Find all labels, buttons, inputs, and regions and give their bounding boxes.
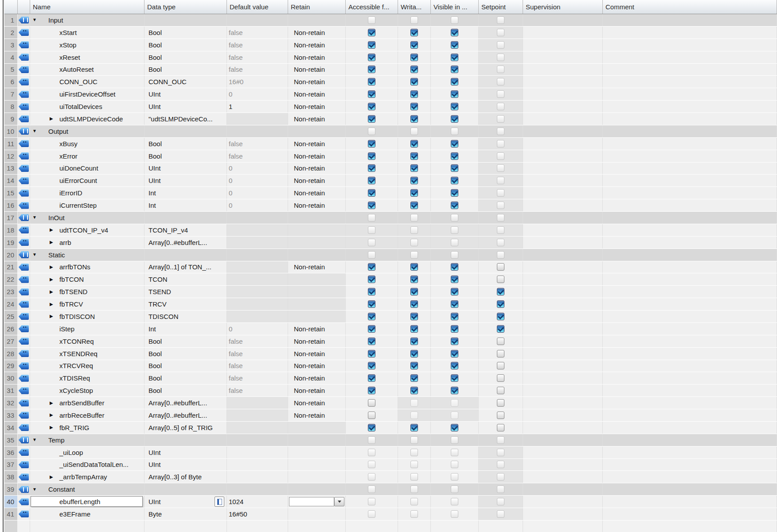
supervision-cell[interactable] [523,311,603,322]
comment-cell[interactable] [603,113,777,125]
data-type-cell[interactable]: UInt [144,101,227,113]
accessible-checkbox[interactable] [368,152,375,160]
setpoint-checkbox[interactable] [497,300,504,308]
name-cell[interactable]: uiDoneCount [30,163,144,175]
row-number-cell[interactable]: 26 [4,323,18,335]
accessible-checkbox[interactable] [368,412,375,419]
default-value-cell[interactable] [227,224,288,236]
column-header-accessible[interactable]: Accessible f... [346,0,398,14]
visible-checkbox[interactable] [451,189,458,197]
accessible-checkbox[interactable] [368,202,375,209]
comment-cell[interactable] [603,101,777,113]
data-type-cell[interactable]: TCON [144,273,227,285]
writable-checkbox[interactable] [410,374,418,382]
chevron-down-icon[interactable]: ▼ [32,487,37,492]
name-cell[interactable]: ▶fbTRCV [30,298,144,310]
name-cell[interactable]: xStart [30,27,144,39]
visible-checkbox[interactable] [451,103,458,110]
retain-cell[interactable]: Non-retain [288,64,346,76]
row-number-cell[interactable]: 7 [4,88,18,100]
visible-checkbox[interactable] [451,177,458,184]
retain-cell[interactable] [288,496,346,508]
chevron-right-icon[interactable]: ▶ [50,228,53,232]
name-cell[interactable]: _uiLoop [30,447,144,458]
name-cell[interactable]: ▼Input [30,14,144,26]
name-cell[interactable]: xTCONReq [30,335,144,347]
visible-checkbox[interactable] [451,424,458,431]
default-value-cell[interactable]: false [227,39,288,51]
supervision-cell[interactable] [523,175,603,186]
datatype-select-button[interactable] [215,497,224,507]
name-cell[interactable]: ▼Constant [30,483,144,495]
name-cell[interactable]: xCycleStop [30,384,144,396]
writable-checkbox[interactable] [410,29,418,36]
supervision-cell[interactable] [523,508,603,520]
visible-checkbox[interactable] [451,90,458,98]
name-cell[interactable]: xBusy [30,138,144,150]
default-value-cell[interactable] [227,459,288,471]
data-type-cell[interactable]: TRCV [144,298,227,310]
name-cell[interactable]: e3EFrame [30,508,144,520]
data-type-cell[interactable]: Array[0..1] of TON_... [144,261,227,273]
setpoint-checkbox[interactable] [497,313,504,320]
data-type-cell[interactable]: UInt [144,163,227,175]
comment-cell[interactable] [603,76,777,88]
supervision-cell[interactable] [523,163,603,175]
chevron-down-icon[interactable]: ▼ [32,18,37,22]
visible-checkbox[interactable] [451,164,458,172]
comment-cell[interactable] [603,409,777,421]
name-cell[interactable]: iCurrentStep [30,199,144,211]
retain-cell[interactable] [288,224,346,236]
name-cell[interactable]: xTRCVReq [30,360,144,372]
setpoint-checkbox[interactable] [497,288,504,295]
accessible-checkbox[interactable] [368,66,375,73]
row-number-cell[interactable]: 25 [4,311,18,322]
visible-checkbox[interactable] [451,362,458,369]
retain-cell[interactable]: Non-retain [288,163,346,175]
default-value-cell[interactable]: false [227,360,288,372]
data-type-cell[interactable]: Bool [144,51,227,63]
writable-checkbox[interactable] [410,338,418,345]
comment-cell[interactable] [603,311,777,322]
data-type-cell[interactable]: Int [144,187,227,199]
default-value-cell[interactable] [227,298,288,310]
row-number-cell[interactable]: 2 [4,27,18,39]
comment-cell[interactable] [603,163,777,175]
chevron-right-icon[interactable]: ▶ [50,240,53,245]
visible-checkbox[interactable] [451,338,458,345]
setpoint-checkbox[interactable] [497,276,504,283]
name-cell[interactable]: iErrorID [30,187,144,199]
writable-checkbox[interactable] [410,66,418,73]
accessible-checkbox[interactable] [368,29,375,36]
data-type-cell[interactable]: Bool [144,372,227,384]
data-type-cell[interactable]: Bool [144,39,227,51]
default-value-cell[interactable]: 1 [227,101,288,113]
data-type-cell[interactable]: Bool [144,27,227,39]
accessible-checkbox[interactable] [368,387,375,394]
default-value-cell[interactable]: false [227,51,288,63]
comment-cell[interactable] [603,496,777,508]
default-value-cell[interactable] [227,273,288,285]
row-number-cell[interactable]: 24 [4,298,18,310]
default-value-cell[interactable]: 0 [227,88,288,100]
accessible-checkbox[interactable] [368,313,375,320]
data-type-cell[interactable]: Array[0..3] of Byte [144,471,227,483]
comment-cell[interactable] [603,384,777,396]
name-cell[interactable]: ▶fbR_TRIG [30,422,144,434]
comment-cell[interactable] [603,459,777,471]
default-value-cell[interactable]: 0 [227,199,288,211]
writable-checkbox[interactable] [410,189,418,197]
default-value-cell[interactable]: 0 [227,323,288,335]
row-number-cell[interactable]: 35 [4,434,18,446]
accessible-checkbox[interactable] [368,399,375,407]
writable-checkbox[interactable] [410,140,418,148]
data-type-cell[interactable]: Bool [144,150,227,162]
retain-cell[interactable] [288,471,346,483]
writable-checkbox[interactable] [410,424,418,431]
chevron-right-icon[interactable]: ▶ [50,401,53,405]
chevron-down-icon[interactable]: ▼ [32,252,37,257]
supervision-cell[interactable] [523,64,603,76]
name-cell[interactable]: ebufferLength [30,496,144,508]
retain-cell[interactable]: Non-retain [288,175,346,186]
accessible-checkbox[interactable] [368,424,375,431]
